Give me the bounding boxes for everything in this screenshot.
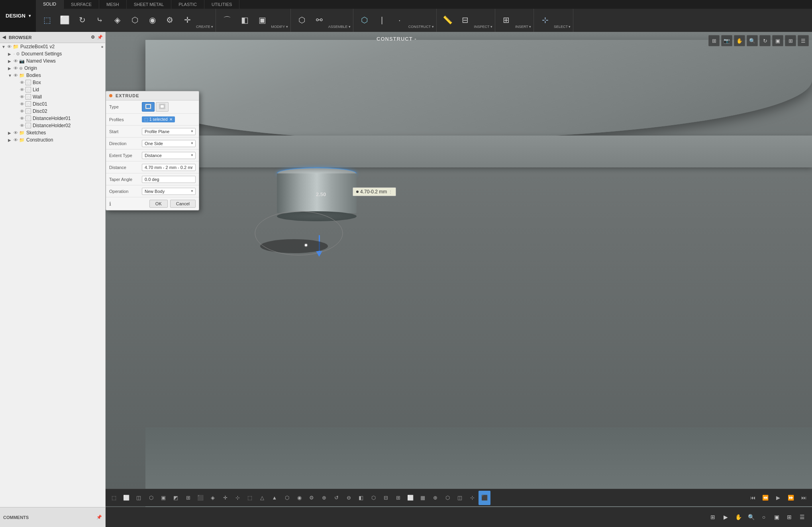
play-back-btn[interactable]: ⏪ <box>759 491 771 505</box>
insert-label[interactable]: INSERT ▾ <box>515 25 531 29</box>
extent-type-select[interactable]: Distance <box>142 152 196 159</box>
tree-item-bodies[interactable]: ▼ 👁 📁 Bodies <box>0 72 105 79</box>
strip-btn-15[interactable]: ⬡ <box>281 491 293 505</box>
modify-shell-btn[interactable]: ▣ <box>253 10 271 31</box>
construct-label[interactable]: CONSTRUCT ▾ <box>408 25 434 29</box>
measure-btn[interactable]: 📏 <box>439 10 457 31</box>
construct-plane-btn[interactable]: ⬡ <box>356 10 373 31</box>
strip-btn-18[interactable]: ⊕ <box>318 491 330 505</box>
select-btn[interactable]: ⊹ <box>536 10 554 31</box>
strip-btn-31-active[interactable]: ⬛ <box>479 491 490 505</box>
construct-axis-btn[interactable]: | <box>373 10 391 31</box>
profile-chip[interactable]: ⬚ 1 selected ✕ <box>142 116 175 122</box>
tree-root[interactable]: ▼ 👁 📁 PuzzleBox01 v2 ● <box>0 43 105 50</box>
tree-item-distanceholder02[interactable]: 👁 □ DistanceHolder02 <box>0 122 105 129</box>
select-label[interactable]: SELECT ▾ <box>554 25 571 29</box>
tree-item-disc02[interactable]: 👁 □ Disc02 <box>0 108 105 115</box>
tree-item-sketches[interactable]: ▶ 👁 📁 Sketches <box>0 129 105 136</box>
browser-pin-icon[interactable]: 📌 <box>97 35 103 40</box>
construction-expand-icon[interactable]: ▶ <box>8 138 14 142</box>
view-display-btn[interactable]: ▣ <box>772 35 783 46</box>
dim-options-icon[interactable]: ⋮ <box>388 190 392 194</box>
tab-sheet-metal[interactable]: SHEET METAL <box>127 0 171 9</box>
status-cam-btn[interactable]: ▶ <box>720 511 732 523</box>
status-display-btn[interactable]: ▣ <box>771 511 783 523</box>
tab-surface[interactable]: SURFACE <box>64 0 99 9</box>
view-camera-btn[interactable]: 📷 <box>721 35 732 46</box>
root-eye-icon[interactable]: 👁 <box>7 44 12 49</box>
joint-btn[interactable]: ⚯ <box>311 10 328 31</box>
extrude-btn[interactable]: ⬜ <box>56 10 73 31</box>
strip-btn-26[interactable]: ▦ <box>417 491 429 505</box>
view-zoom-btn[interactable]: 🔍 <box>747 35 758 46</box>
construction-eye-icon[interactable]: 👁 <box>14 138 18 142</box>
strip-btn-21[interactable]: ◧ <box>355 491 367 505</box>
dh01-eye-icon[interactable]: 👁 <box>20 116 24 121</box>
play-back-start-btn[interactable]: ⏮ <box>747 491 759 505</box>
box-eye-icon[interactable]: 👁 <box>20 80 24 85</box>
tree-item-named-views[interactable]: ▶ 👁 📷 Named Views <box>0 57 105 65</box>
strip-btn-11[interactable]: ⊹ <box>231 491 243 505</box>
modify-label[interactable]: MODIFY ▾ <box>271 25 288 29</box>
loft-btn[interactable]: ◈ <box>108 10 126 31</box>
rib-btn[interactable]: ⬡ <box>126 10 143 31</box>
disc01-eye-icon[interactable]: 👁 <box>20 102 24 106</box>
play-fwd-btn[interactable]: ⏩ <box>785 491 797 505</box>
tree-item-disc01[interactable]: 👁 □ Disc01 <box>0 100 105 108</box>
info-icon[interactable]: ℹ <box>109 201 111 207</box>
start-select[interactable]: Profile Plane <box>142 128 196 135</box>
type-solid-btn[interactable] <box>142 102 155 112</box>
status-grid2-btn[interactable]: ⊞ <box>783 511 795 523</box>
tree-item-lid[interactable]: 👁 □ Lid <box>0 86 105 93</box>
root-options-icon[interactable]: ● <box>101 44 104 49</box>
move-btn[interactable]: ✛ <box>178 10 196 31</box>
sketches-eye-icon[interactable]: 👁 <box>14 130 18 135</box>
operation-select[interactable]: New Body <box>142 188 196 195</box>
ok-button[interactable]: OK <box>149 200 168 208</box>
tree-item-construction[interactable]: ▶ 👁 📁 Construction <box>0 136 105 144</box>
play-btn[interactable]: ▶ <box>772 491 784 505</box>
type-surface-btn[interactable] <box>156 102 169 112</box>
new-component-btn[interactable]: ⬚ <box>38 10 56 31</box>
strip-btn-29[interactable]: ◫ <box>454 491 466 505</box>
strip-btn-13[interactable]: △ <box>256 491 268 505</box>
wall-eye-icon[interactable]: 👁 <box>20 94 24 99</box>
root-expand-icon[interactable]: ▼ <box>2 45 7 49</box>
view-grid2-btn[interactable]: ⊞ <box>785 35 796 46</box>
inspect-label[interactable]: INSPECT ▾ <box>474 25 492 29</box>
hole-btn[interactable]: ◉ <box>143 10 161 31</box>
view-grid-btn[interactable]: ⊞ <box>708 35 720 46</box>
strip-btn-1[interactable]: ⬚ <box>108 491 120 505</box>
strip-btn-28[interactable]: ⬡ <box>441 491 453 505</box>
section-btn[interactable]: ⊟ <box>457 10 474 31</box>
status-pan-btn[interactable]: ✋ <box>732 511 744 523</box>
view-orbit-btn[interactable]: ↻ <box>759 35 771 46</box>
thread-btn[interactable]: ⚙ <box>161 10 178 31</box>
status-view-btn[interactable]: ☰ <box>796 511 808 523</box>
strip-btn-25[interactable]: ⬜ <box>404 491 416 505</box>
lid-eye-icon[interactable]: 👁 <box>20 87 24 92</box>
tab-utilities[interactable]: UTILITIES <box>204 0 239 9</box>
strip-btn-3[interactable]: ◫ <box>133 491 145 505</box>
strip-btn-6[interactable]: ◩ <box>170 491 182 505</box>
strip-btn-2[interactable]: ⬜ <box>120 491 132 505</box>
strip-btn-27[interactable]: ⊕ <box>429 491 441 505</box>
insert-btn[interactable]: ⊞ <box>498 10 515 31</box>
canvas-3d[interactable]: 2.50 4.70-0.2 mm ⋮ CONSTRUCT - <box>106 32 812 507</box>
views-eye-icon[interactable]: 👁 <box>14 59 18 63</box>
create-label[interactable]: CREATE ▾ <box>196 25 213 29</box>
origin-expand-icon[interactable]: ▶ <box>8 66 14 71</box>
strip-btn-4[interactable]: ⬡ <box>145 491 157 505</box>
browser-settings-icon[interactable]: ⚙ <box>91 35 95 40</box>
bodies-expand-icon[interactable]: ▼ <box>8 73 14 78</box>
tree-item-distanceholder01[interactable]: 👁 □ DistanceHolder01 <box>0 115 105 122</box>
comments-pin-icon[interactable]: 📌 <box>96 515 102 520</box>
browser-collapse-arrow[interactable]: ◀ <box>2 35 6 40</box>
taper-angle-input[interactable] <box>142 176 196 183</box>
strip-btn-12[interactable]: ⬚ <box>244 491 256 505</box>
strip-btn-23[interactable]: ⊟ <box>380 491 392 505</box>
strip-btn-14[interactable]: ▲ <box>269 491 280 505</box>
strip-btn-17[interactable]: ⚙ <box>306 491 318 505</box>
strip-btn-22[interactable]: ⬡ <box>367 491 379 505</box>
tab-solid[interactable]: SOLID <box>36 0 64 9</box>
